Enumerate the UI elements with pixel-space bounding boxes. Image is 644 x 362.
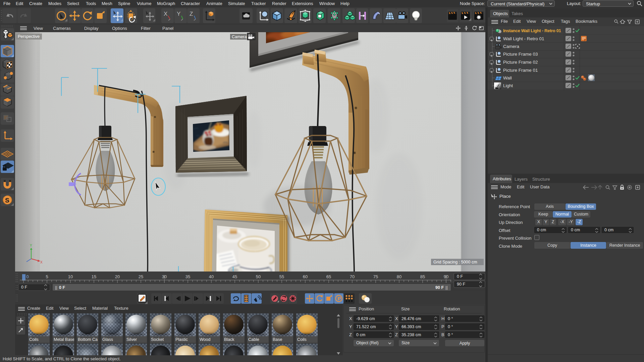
svg-text:Perspective: Perspective <box>18 34 40 39</box>
svg-text:||: || <box>55 285 57 290</box>
svg-text:0 F: 0 F <box>59 285 65 290</box>
svg-text:20: 20 <box>115 274 120 279</box>
svg-text:5: 5 <box>46 274 48 279</box>
svg-text:Camera: Camera <box>232 35 247 39</box>
svg-text:85: 85 <box>420 274 425 279</box>
svg-text:0: 0 <box>26 274 29 279</box>
svg-text:0 F: 0 F <box>457 274 463 279</box>
svg-text:15: 15 <box>92 274 96 279</box>
svg-text:50: 50 <box>256 274 261 279</box>
svg-text:75: 75 <box>373 274 378 279</box>
svg-text:Y: Y <box>177 11 180 17</box>
svg-text:30: 30 <box>162 274 167 279</box>
svg-text:55: 55 <box>279 274 284 279</box>
svg-text:35: 35 <box>185 274 190 279</box>
svg-text:0 F: 0 F <box>21 285 27 290</box>
svg-text:||: || <box>445 285 448 290</box>
svg-text:90 F: 90 F <box>457 282 465 287</box>
svg-text:60: 60 <box>303 274 308 279</box>
svg-text:25: 25 <box>139 274 143 279</box>
svg-text:90 F: 90 F <box>435 285 444 290</box>
svg-text:Grid Spacing : 5000 cm: Grid Spacing : 5000 cm <box>433 260 477 264</box>
svg-text:X: X <box>164 11 167 17</box>
svg-text:P: P <box>337 296 341 301</box>
svg-text:80: 80 <box>397 274 401 279</box>
svg-text:40: 40 <box>209 274 214 279</box>
svg-text:90: 90 <box>444 274 448 279</box>
svg-text:Y: Y <box>30 244 32 247</box>
svg-text:X: X <box>40 260 43 264</box>
svg-text:Z: Z <box>190 11 193 17</box>
svg-text:65: 65 <box>326 274 331 279</box>
svg-text:45: 45 <box>232 274 237 279</box>
svg-text:70: 70 <box>350 274 355 279</box>
svg-text:10: 10 <box>68 274 73 279</box>
svg-text:S: S <box>5 197 9 204</box>
